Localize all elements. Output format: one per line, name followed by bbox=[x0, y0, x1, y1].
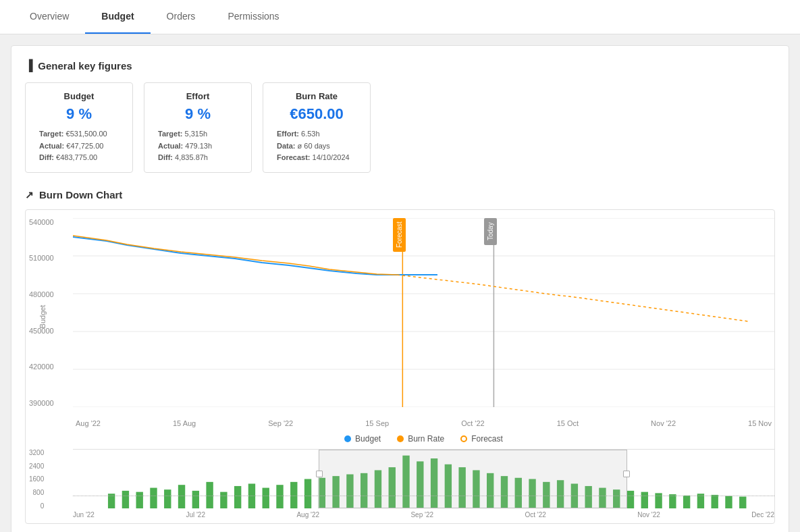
kpi-burnrate: Burn Rate €650.00 Effort: 6.53h Data: ø … bbox=[263, 82, 371, 173]
kpi-burnrate-detail: Effort: 6.53h Data: ø 60 days Forecast: … bbox=[277, 128, 356, 164]
kpi-effort-detail: Target: 5,315h Actual: 479.13h Diff: 4,8… bbox=[158, 128, 238, 164]
page-container: Overview Budget Orders Permissions ▐ Gen… bbox=[0, 0, 800, 532]
legend-burnrate-dot bbox=[397, 435, 404, 442]
burndown-title: ↗ Burn Down Chart bbox=[25, 189, 775, 201]
kpi-burnrate-label: Burn Rate bbox=[277, 91, 356, 101]
chart-svg bbox=[73, 218, 774, 407]
mini-x-labels: Jun '22 Jul '22 Aug '22 Sep '22 Oct '22 … bbox=[73, 511, 774, 518]
svg-rect-12 bbox=[164, 489, 171, 508]
mini-chart-inner bbox=[73, 449, 774, 508]
burndown-section: ↗ Burn Down Chart Budget 540000 510000 4… bbox=[25, 189, 775, 524]
mini-y-labels: 3200 2400 1600 800 0 bbox=[29, 449, 48, 510]
legend-forecast-dot bbox=[460, 435, 467, 442]
svg-rect-22 bbox=[304, 479, 311, 508]
legend-budget: Budget bbox=[344, 434, 381, 444]
mini-chart-wrapper: 3200 2400 1600 800 0 bbox=[73, 449, 774, 523]
tab-permissions[interactable]: Permissions bbox=[211, 0, 295, 34]
svg-rect-19 bbox=[263, 487, 269, 508]
tab-orders[interactable]: Orders bbox=[151, 0, 212, 34]
kpi-effort-label: Effort bbox=[158, 91, 238, 101]
svg-rect-51 bbox=[711, 495, 718, 508]
svg-rect-20 bbox=[276, 485, 283, 508]
svg-rect-10 bbox=[136, 491, 143, 508]
chart-legend: Budget Burn Rate Forecast bbox=[73, 427, 774, 449]
kpi-effort: Effort 9 % Target: 5,315h Actual: 479.13… bbox=[144, 82, 252, 173]
x-labels: Aug '22 15 Aug Sep '22 15 Sep Oct '22 15… bbox=[73, 419, 774, 427]
svg-rect-13 bbox=[178, 485, 185, 508]
kpi-budget-value: 9 % bbox=[39, 105, 119, 123]
mini-handle-right[interactable] bbox=[623, 471, 630, 477]
chart-area: Budget 540000 510000 480000 450000 42000… bbox=[25, 209, 775, 524]
today-banner: Today bbox=[484, 218, 497, 245]
kpi-burnrate-value: €650.00 bbox=[277, 105, 356, 123]
svg-rect-11 bbox=[150, 487, 157, 508]
mini-selection-overlay[interactable] bbox=[319, 450, 627, 508]
tab-overview[interactable]: Overview bbox=[14, 0, 85, 34]
legend-burnrate: Burn Rate bbox=[397, 434, 444, 444]
kpi-budget-detail: Target: €531,500.00 Actual: €47,725.00 D… bbox=[39, 128, 119, 164]
svg-rect-17 bbox=[234, 486, 241, 508]
main-chart-wrapper: 540000 510000 480000 450000 420000 39000… bbox=[73, 218, 774, 427]
main-card: ▐ General key figures Budget 9 % Target:… bbox=[11, 45, 789, 532]
legend-budget-dot bbox=[344, 435, 351, 442]
trend-icon: ↗ bbox=[25, 189, 34, 201]
svg-rect-53 bbox=[739, 496, 746, 508]
general-key-figures-title: ▐ General key figures bbox=[25, 59, 775, 72]
svg-rect-16 bbox=[220, 491, 227, 508]
kpi-row: Budget 9 % Target: €531,500.00 Actual: €… bbox=[25, 82, 775, 173]
svg-rect-14 bbox=[192, 491, 199, 508]
bar-chart-icon: ▐ bbox=[25, 59, 32, 72]
kpi-budget: Budget 9 % Target: €531,500.00 Actual: €… bbox=[25, 82, 133, 173]
kpi-budget-label: Budget bbox=[39, 91, 119, 101]
svg-rect-46 bbox=[641, 491, 648, 508]
kpi-effort-value: 9 % bbox=[158, 105, 238, 123]
forecast-banner: Forecast bbox=[393, 218, 406, 252]
svg-rect-45 bbox=[627, 491, 634, 508]
svg-rect-48 bbox=[669, 494, 676, 508]
legend-forecast: Forecast bbox=[460, 434, 503, 444]
tab-budget[interactable]: Budget bbox=[85, 0, 150, 34]
svg-rect-9 bbox=[122, 491, 129, 508]
y-labels: 540000 510000 480000 450000 420000 39000… bbox=[29, 218, 58, 407]
svg-rect-49 bbox=[683, 496, 690, 508]
svg-rect-52 bbox=[725, 496, 732, 508]
tabs-bar: Overview Budget Orders Permissions bbox=[0, 0, 800, 34]
mini-handle-left[interactable] bbox=[316, 471, 323, 477]
